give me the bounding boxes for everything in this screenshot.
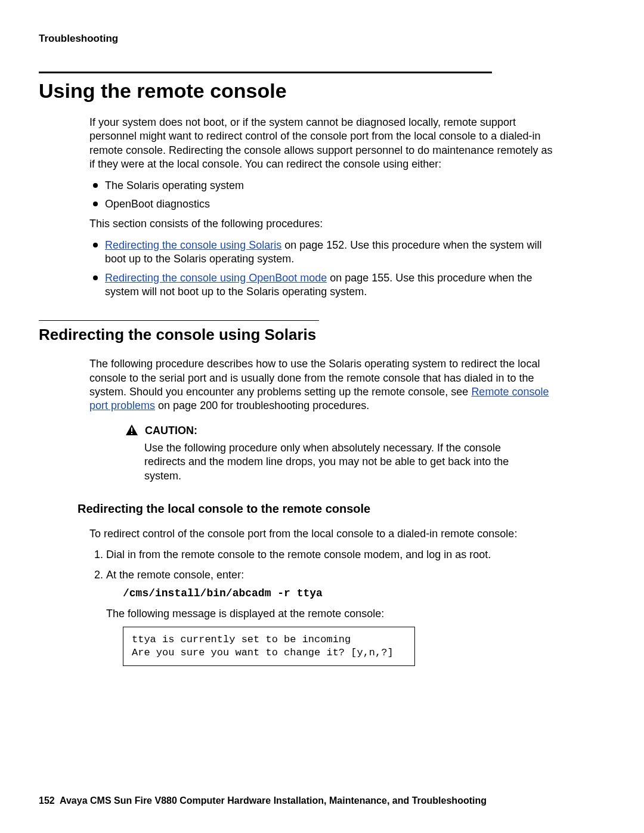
svg-rect-1 — [131, 428, 132, 432]
subsection-body: The following procedure describes how to… — [89, 357, 561, 413]
step-2: At the remote console, enter: /cms/insta… — [106, 568, 561, 666]
page: Troubleshooting Using the remote console… — [0, 0, 644, 833]
step-2-after: The following message is displayed at th… — [106, 607, 561, 621]
subsection-rule — [39, 320, 319, 321]
list-item: Redirecting the console using Solaris on… — [89, 239, 561, 267]
section-rule — [39, 72, 492, 73]
terminal-output: ttya is currently set to be incoming Are… — [123, 627, 415, 666]
step-list: Dial in from the remote console to the r… — [106, 548, 561, 666]
section-title: Using the remote console — [39, 79, 605, 103]
list-item: OpenBoot diagnostics — [89, 197, 561, 211]
procedure-list: Redirecting the console using Solaris on… — [89, 239, 561, 299]
caution-label: CAUTION: — [145, 425, 197, 436]
subsub-intro: To redirect control of the console port … — [89, 527, 561, 541]
warning-icon — [125, 424, 138, 439]
link-redirect-openboot[interactable]: Redirecting the console using OpenBoot m… — [105, 272, 327, 284]
command-text: /cms/install/bin/abcadm -r ttya — [123, 587, 561, 600]
list-item: Redirecting the console using OpenBoot m… — [89, 271, 561, 299]
subsection-title: Redirecting the console using Solaris — [39, 326, 605, 344]
running-header: Troubleshooting — [39, 33, 605, 45]
page-footer: 152 Avaya CMS Sun Fire V880 Computer Har… — [39, 795, 487, 806]
list-item: The Solaris operating system — [89, 179, 561, 193]
caution-text: Use the following procedure only when ab… — [144, 441, 525, 483]
footer-title: Avaya CMS Sun Fire V880 Computer Hardwar… — [60, 795, 487, 806]
subsubsection: Redirecting the local console to the rem… — [78, 501, 561, 516]
step-1: Dial in from the remote console to the r… — [106, 548, 561, 562]
svg-rect-2 — [131, 433, 132, 434]
link-redirect-solaris[interactable]: Redirecting the console using Solaris — [105, 239, 281, 251]
procedures-intro: This section consists of the following p… — [89, 217, 561, 231]
subsub-title: Redirecting the local console to the rem… — [78, 501, 561, 516]
step-2-lead: At the remote console, enter: — [106, 569, 244, 581]
subsub-body: To redirect control of the console port … — [89, 527, 561, 666]
section-body: If your system does not boot, or if the … — [89, 116, 561, 299]
paragraph-post: on page 200 for troubleshooting procedur… — [155, 400, 369, 411]
subsection-paragraph: The following procedure describes how to… — [89, 357, 561, 413]
caution-block: CAUTION: Use the following procedure onl… — [89, 424, 561, 483]
page-number: 152 — [39, 795, 55, 806]
option-list: The Solaris operating system OpenBoot di… — [89, 179, 561, 212]
intro-paragraph: If your system does not boot, or if the … — [89, 116, 561, 172]
